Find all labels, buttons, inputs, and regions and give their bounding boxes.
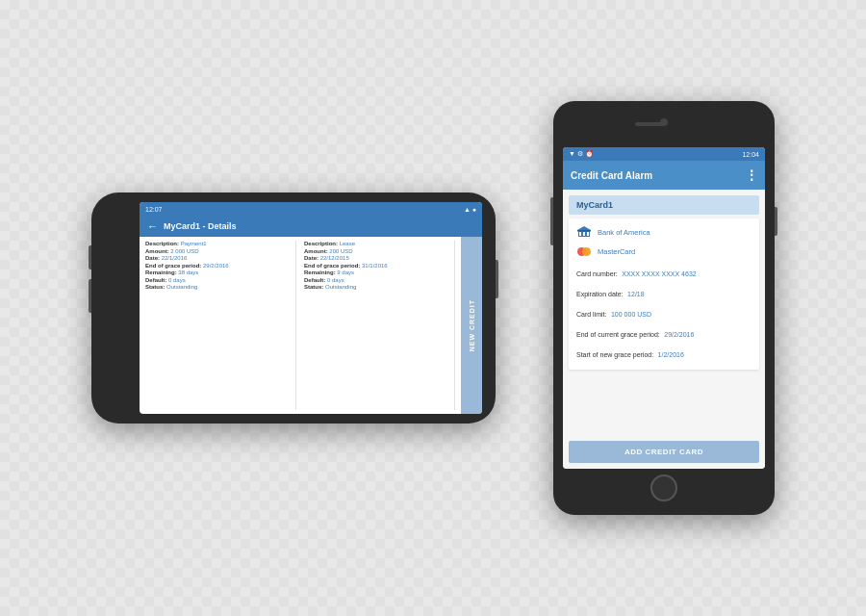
card-name-bar: MyCard1 <box>569 195 759 215</box>
speaker <box>635 122 664 126</box>
landscape-phone: 12:07 ▲ ● ← MyCard1 - Details Descriptio… <box>91 192 496 424</box>
power-button[interactable] <box>775 207 777 236</box>
svg-rect-3 <box>579 232 581 236</box>
payment-col-2: Description: Lease Amount: 200 USD Date:… <box>304 241 455 410</box>
portrait-time: 12:04 <box>742 151 759 158</box>
p2-grace: End of grace period: 31/1/2016 <box>304 263 446 269</box>
card-number-value: XXXX XXXX XXXX 4632 <box>622 270 696 277</box>
scene: 12:07 ▲ ● ← MyCard1 - Details Descriptio… <box>0 0 866 616</box>
bank-icon <box>576 224 592 240</box>
overflow-menu-button[interactable]: ⋮ <box>745 167 757 183</box>
portrait-status-icons: ▼ ⚙ ⏰ <box>569 150 594 158</box>
p1-status: Status: Outstanding <box>145 284 288 290</box>
card-number-label: Card number: <box>576 270 618 277</box>
mastercard-row: MasterCard <box>576 244 751 259</box>
landscape-appbar: ← MyCard1 - Details <box>140 216 482 237</box>
p2-status: Status: Outstanding <box>304 284 446 290</box>
volume-button[interactable] <box>550 197 553 245</box>
landscape-status-icons: ▲ ● <box>464 206 476 213</box>
landscape-title: MyCard1 - Details <box>164 221 237 231</box>
volume-up-button[interactable] <box>89 245 91 270</box>
volume-down-button[interactable] <box>89 279 91 313</box>
card-name: MyCard1 <box>576 200 613 210</box>
portrait-status-bar: ▼ ⚙ ⏰ 12:04 <box>563 147 765 161</box>
add-credit-card-button[interactable]: ADD CREDIT CARD <box>569 441 759 463</box>
new-credit-sidebar[interactable]: NEW CREDIT <box>461 237 482 414</box>
expiration-field: Expiration date: 12/18 <box>576 283 751 300</box>
bank-building-icon <box>577 226 591 238</box>
p2-remaining: Remaining: 9 days <box>304 270 446 275</box>
landscape-screen: 12:07 ▲ ● ← MyCard1 - Details Descriptio… <box>140 202 482 414</box>
back-button[interactable]: ← <box>147 220 158 232</box>
p1-date: Date: 22/1/2016 <box>145 255 288 261</box>
p2-date: Date: 22/12/2015 <box>304 255 446 261</box>
p2-amount: Amount: 200 USD <box>304 248 446 254</box>
card-detail-section: Bank of America MasterCard <box>569 218 759 370</box>
portrait-phone: ▼ ⚙ ⏰ 12:04 Credit Card Alarm ⋮ MyCard1 <box>553 101 775 515</box>
mc-circle-orange <box>582 247 591 256</box>
p1-amount: Amount: 2 000 USD <box>145 248 288 254</box>
portrait-appbar: Credit Card Alarm ⋮ <box>563 161 765 190</box>
portrait-screen: ▼ ⚙ ⏰ 12:04 Credit Card Alarm ⋮ MyCard1 <box>563 147 765 469</box>
end-grace-field: End of current grace period: 29/2/2016 <box>576 323 751 341</box>
p1-description: Description: Payment1 <box>145 241 288 246</box>
svg-rect-5 <box>587 232 589 236</box>
landscape-main: Description: Payment1 Amount: 2 000 USD … <box>140 237 461 414</box>
mastercard-icon <box>576 244 592 259</box>
svg-rect-4 <box>583 232 585 236</box>
landscape-content: Description: Payment1 Amount: 2 000 USD … <box>140 237 482 414</box>
limit-value: 100 000 USD <box>611 311 651 318</box>
portrait-title: Credit Card Alarm <box>571 170 652 181</box>
expiration-label: Expiration date: <box>576 291 624 297</box>
bank-name: Bank of America <box>598 228 650 237</box>
landscape-status-bar: 12:07 ▲ ● <box>140 202 482 216</box>
svg-marker-2 <box>577 226 591 230</box>
payment-col-1: Description: Payment1 Amount: 2 000 USD … <box>145 241 296 410</box>
p1-remaining: Remaining: 38 days <box>145 270 288 275</box>
bank-row: Bank of America <box>576 224 751 240</box>
new-credit-label: NEW CREDIT <box>469 299 475 351</box>
start-grace-field: Start of new grace period: 1/2/2016 <box>576 344 751 361</box>
landscape-time: 12:07 <box>145 206 163 213</box>
mc-logo <box>577 247 591 256</box>
start-grace-value: 1/2/2016 <box>658 351 684 358</box>
end-grace-label: End of current grace period: <box>576 331 660 338</box>
p2-description: Description: Lease <box>304 241 446 246</box>
p1-default: Default: 0 days <box>145 277 288 283</box>
start-grace-label: Start of new grace period: <box>576 351 653 358</box>
end-grace-value: 29/2/2016 <box>664 331 694 338</box>
p1-grace: End of grace period: 29/2/2016 <box>145 263 288 269</box>
limit-label: Card limit: <box>576 311 607 318</box>
home-button[interactable] <box>650 475 677 501</box>
card-number-field: Card number: XXXX XXXX XXXX 4632 <box>576 263 751 280</box>
portrait-content: MyCard1 <box>563 190 765 469</box>
svg-rect-1 <box>577 230 591 232</box>
expiration-value: 12/18 <box>627 291 645 297</box>
limit-field: Card limit: 100 000 USD <box>576 303 751 321</box>
power-button[interactable] <box>496 260 498 298</box>
card-brand: MasterCard <box>598 247 635 256</box>
p2-default: Default: 0 days <box>304 277 446 283</box>
